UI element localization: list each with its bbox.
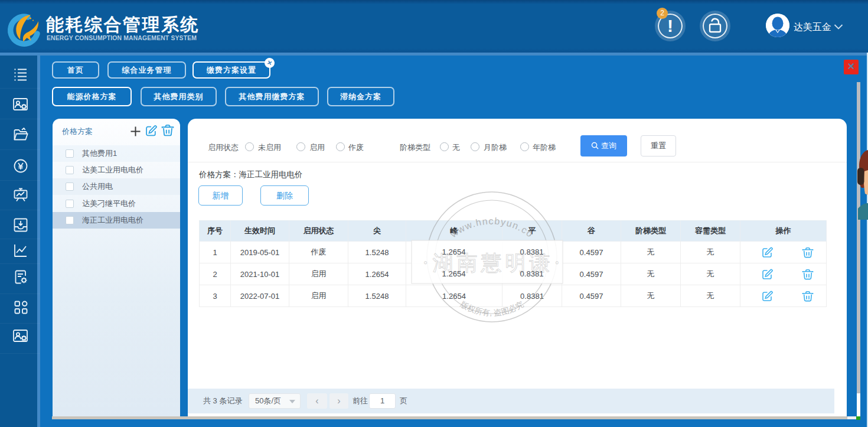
svg-text:!: ! [667, 16, 673, 35]
